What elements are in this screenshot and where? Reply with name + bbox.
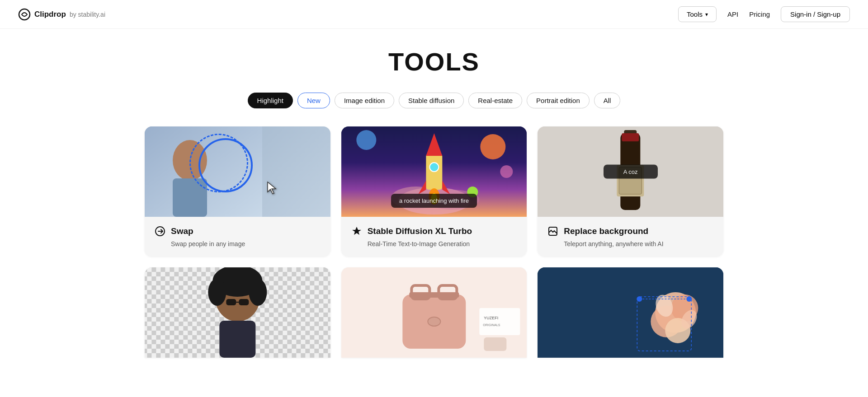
card-swap-title: Swap xyxy=(171,226,193,236)
svg-text:ORIGINALS: ORIGINALS xyxy=(483,323,500,327)
card-replace-bg-desc: Teleport anything, anywhere with AI xyxy=(564,240,714,248)
page-title: TOOLS xyxy=(145,47,723,76)
replace-bg-icon xyxy=(547,225,559,238)
chevron-down-icon: ▾ xyxy=(705,11,708,18)
pricing-link[interactable]: Pricing xyxy=(749,10,770,18)
logo-icon xyxy=(18,8,31,21)
navbar-right: Tools ▾ API Pricing Sign-in / Sign-up xyxy=(678,6,850,22)
svg-rect-50 xyxy=(484,337,506,351)
api-link[interactable]: API xyxy=(727,10,738,18)
svg-point-13 xyxy=(429,163,439,172)
svg-point-0 xyxy=(19,9,30,20)
card-swap-desc: Swap people in any image xyxy=(171,240,321,248)
filter-new[interactable]: New xyxy=(297,93,330,108)
svg-rect-46 xyxy=(479,308,520,335)
sdxl-prompt-label: a rocket launching with fire xyxy=(391,194,477,208)
card-remove-bg[interactable] xyxy=(145,267,330,358)
card-reimagine-image xyxy=(538,267,723,358)
card-sdxl-title: Stable Diffusion XL Turbo xyxy=(368,226,472,236)
card-remove-bg-image xyxy=(145,267,330,358)
logo-by: by stability.ai xyxy=(70,11,105,18)
filter-portrait-edition[interactable]: Portrait edition xyxy=(527,93,590,108)
svg-text:YUZEFI: YUZEFI xyxy=(484,316,498,320)
card-product-image: YUZEFI ORIGINALS xyxy=(341,267,527,358)
replace-bg-prompt-label: A coz xyxy=(604,165,658,179)
filter-pills: Highlight New Image edition Stable diffu… xyxy=(145,93,723,108)
filter-all[interactable]: All xyxy=(594,93,621,108)
svg-point-45 xyxy=(428,317,440,326)
card-sdxl[interactable]: a rocket launching with fire Stable Diff… xyxy=(341,126,527,257)
filter-real-estate[interactable]: Real-estate xyxy=(468,93,522,108)
svg-rect-44 xyxy=(409,292,459,298)
svg-point-17 xyxy=(356,130,376,150)
svg-point-16 xyxy=(480,134,505,159)
dashed-selection-circle xyxy=(189,134,248,192)
tools-dropdown-button[interactable]: Tools ▾ xyxy=(678,6,717,22)
svg-rect-38 xyxy=(239,299,249,305)
card-sdxl-title-row: Stable Diffusion XL Turbo xyxy=(350,225,518,238)
flowers-svg xyxy=(538,267,723,358)
svg-rect-37 xyxy=(226,299,236,305)
navbar: Clipdrop by stability.ai Tools ▾ API Pri… xyxy=(0,0,868,29)
product-svg: YUZEFI ORIGINALS xyxy=(341,267,527,358)
logo[interactable]: Clipdrop by stability.ai xyxy=(18,8,105,21)
card-replace-bg-title-row: Replace background xyxy=(547,225,714,238)
cursor-icon xyxy=(266,181,278,199)
card-swap-body: Swap Swap people in any image xyxy=(145,217,330,257)
svg-rect-25 xyxy=(622,133,639,141)
card-replace-bg-title: Replace background xyxy=(564,226,648,236)
logo-brand: Clipdrop xyxy=(34,10,66,19)
cards-grid: Swap Swap people in any image xyxy=(145,126,723,358)
card-swap[interactable]: Swap Swap people in any image xyxy=(145,126,330,257)
card-replace-bg[interactable]: A coz Replace background Teleport anythi… xyxy=(538,126,723,257)
svg-point-34 xyxy=(208,279,226,306)
card-product[interactable]: YUZEFI ORIGINALS xyxy=(341,267,527,358)
card-sdxl-desc: Real-Time Text-to-Image Generation xyxy=(368,240,518,248)
page-content: TOOLS Highlight New Image edition Stable… xyxy=(108,29,760,385)
tools-btn-label: Tools xyxy=(687,10,703,18)
card-reimagine[interactable] xyxy=(538,267,723,358)
svg-point-35 xyxy=(249,279,267,306)
svg-point-18 xyxy=(500,165,513,178)
remove-bg-person-svg xyxy=(145,267,330,358)
card-sdxl-body: Stable Diffusion XL Turbo Real-Time Text… xyxy=(341,217,527,257)
filter-stable-diffusion[interactable]: Stable diffusion xyxy=(399,93,464,108)
svg-rect-36 xyxy=(219,321,255,358)
signin-button[interactable]: Sign-in / Sign-up xyxy=(781,6,850,22)
card-sdxl-image: a rocket launching with fire xyxy=(341,126,527,217)
sdxl-icon xyxy=(350,225,363,238)
card-swap-image xyxy=(145,126,330,217)
card-replace-bg-image: A coz xyxy=(538,126,723,217)
swap-icon xyxy=(154,225,166,238)
filter-image-edition[interactable]: Image edition xyxy=(335,93,394,108)
filter-highlight[interactable]: Highlight xyxy=(248,93,293,108)
card-replace-bg-body: Replace background Teleport anything, an… xyxy=(538,217,723,257)
card-swap-title-row: Swap xyxy=(154,225,321,238)
